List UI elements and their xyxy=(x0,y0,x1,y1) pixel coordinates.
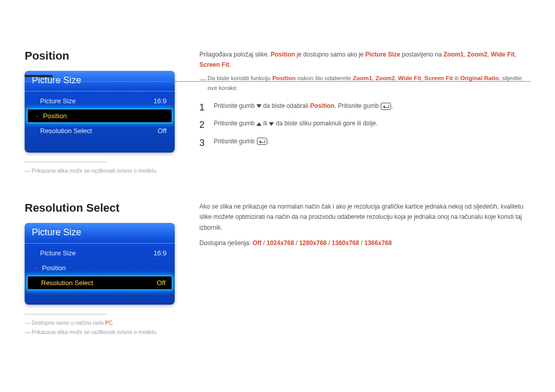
footnote-text: Dostupno samo u načinu rada PC. xyxy=(25,320,179,326)
section-position: Position Picture Size Picture Size 16:9 … xyxy=(25,49,530,177)
footnote-text: Prikazana slika može se razlikovati ovis… xyxy=(25,329,179,335)
menu-item-value: 16:9 xyxy=(154,97,166,105)
menu-item-label: · Position xyxy=(35,264,66,272)
footnotes: Prikazana slika može se razlikovati ovis… xyxy=(25,162,179,174)
down-arrow-icon xyxy=(269,122,274,126)
menu-item-position[interactable]: · Position xyxy=(27,108,173,123)
menu-item-value: Off xyxy=(158,127,166,135)
footnote-text: Prikazana slika može se razlikovati ovis… xyxy=(25,167,179,174)
down-arrow-icon xyxy=(256,104,262,108)
right-column: Prilagođava položaj slike. Position je d… xyxy=(199,49,530,177)
osd-menu-body: Picture Size 16:9 · Position Resolution … xyxy=(25,91,175,153)
menu-item-position[interactable]: · Position xyxy=(26,260,174,275)
intro-paragraph: Prilagođava položaj slike. Position je d… xyxy=(199,49,530,70)
menu-item-value: Off xyxy=(157,279,165,287)
menu-item-picture-size[interactable]: Picture Size 16:9 xyxy=(26,246,174,260)
enter-icon xyxy=(381,103,391,110)
menu-item-picture-size[interactable]: Picture Size 16:9 xyxy=(26,94,174,108)
right-column: Ako se slika ne prikazuje na normalan na… xyxy=(199,201,530,338)
step-1: Pritisnite gumb da biste odabrali Positi… xyxy=(199,101,530,111)
step-3: Pritisnite gumb . xyxy=(199,136,530,146)
step-2: Pritisnite gumb ili da biste sliku pomak… xyxy=(199,118,530,128)
manual-page: Position Picture Size Picture Size 16:9 … xyxy=(0,49,555,392)
osd-menu-card: Picture Size Picture Size 16:9 · Positio… xyxy=(25,71,175,153)
left-column: Position Picture Size Picture Size 16:9 … xyxy=(25,49,179,177)
menu-item-label: · Position xyxy=(36,112,67,120)
menu-item-resolution-select[interactable]: Resolution Select Off xyxy=(26,123,174,138)
osd-menu-body: Picture Size 16:9 · Position Resolution … xyxy=(25,244,175,305)
footnotes: Dostupno samo u načinu rada PC. Prikazan… xyxy=(25,314,179,335)
menu-item-label: Picture Size xyxy=(35,97,76,105)
left-column: Resolution Select Picture Size Picture S… xyxy=(25,201,179,338)
menu-item-value: 16:9 xyxy=(154,249,166,257)
osd-menu-card: Picture Size Picture Size 16:9 · Positio… xyxy=(25,223,175,305)
section-marker xyxy=(25,75,52,77)
menu-item-label: Picture Size xyxy=(35,249,76,257)
footnote-rule xyxy=(25,314,107,314)
menu-item-label: Resolution Select xyxy=(36,279,93,287)
osd-menu-title: Picture Size xyxy=(25,223,175,244)
heading-position: Position xyxy=(25,49,179,63)
up-arrow-icon xyxy=(256,122,262,126)
section-resolution-select: Resolution Select Picture Size Picture S… xyxy=(25,201,530,338)
body-paragraph: Ako se slika ne prikazuje na normalan na… xyxy=(199,201,530,233)
heading-resolution-select: Resolution Select xyxy=(25,201,179,215)
resolutions-line: Dostupna rješenja: Off / 1024x768 / 1280… xyxy=(199,238,530,248)
step-list: Pritisnite gumb da biste odabrali Positi… xyxy=(199,101,530,146)
menu-item-resolution-select[interactable]: Resolution Select Off xyxy=(27,275,173,290)
enter-icon xyxy=(257,138,267,145)
footnote-rule xyxy=(25,162,107,162)
dash-note: Da biste koristili funkciju Position nak… xyxy=(199,73,530,94)
menu-item-label: Resolution Select xyxy=(35,127,92,135)
